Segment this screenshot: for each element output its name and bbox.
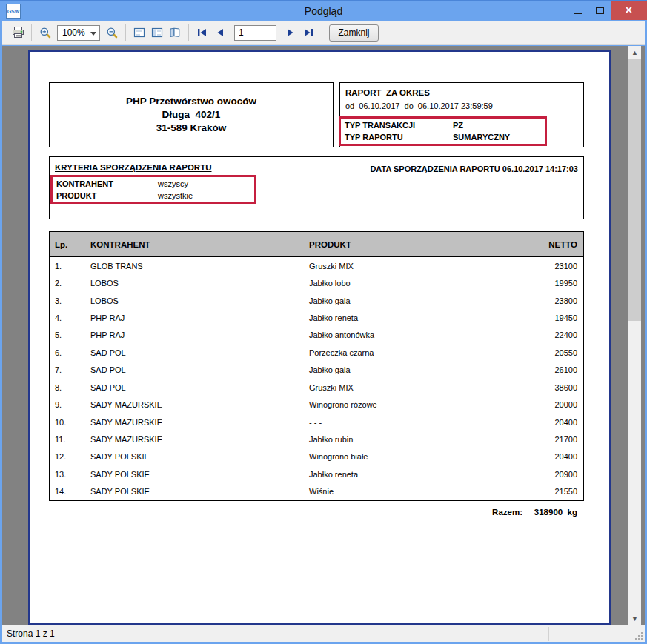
cell-lp: 12. xyxy=(55,452,66,461)
cell-produkt: Winogrono białe xyxy=(309,452,368,461)
toolbar-separator xyxy=(125,24,126,41)
table-row: 5.PHP RAJJabłko antonówka22400 xyxy=(50,327,583,344)
cell-lp: 2. xyxy=(55,279,62,288)
next-page-button[interactable] xyxy=(282,24,299,42)
zamknij-close-button[interactable]: Zamknij xyxy=(329,24,379,42)
cell-netto: 20400 xyxy=(554,452,577,461)
table-row: 1.GLOB TRANSGruszki MIX23100 xyxy=(50,257,583,274)
cell-produkt: Jabłko reneta xyxy=(309,313,358,322)
window-title: Podgląd xyxy=(0,1,647,21)
cell-netto: 26100 xyxy=(554,365,577,374)
criteria-box: KRYTERIA SPORZĄDZENIA RAPORTU DATA SPORZ… xyxy=(49,156,584,219)
table-body: 1.GLOB TRANSGruszki MIX231002.LOBOSJabłk… xyxy=(49,257,584,501)
maximize-icon xyxy=(596,7,604,14)
maximize-button[interactable] xyxy=(588,1,611,20)
period-range: od 06.10.2017 do 06.10.2017 23:59:59 xyxy=(345,102,493,110)
cell-kontrahent: SADY MAZURSKIE xyxy=(90,418,162,427)
close-window-button[interactable]: × xyxy=(611,1,647,20)
company-street: Długa 402/1 xyxy=(162,108,221,122)
cell-netto: 19950 xyxy=(554,279,577,288)
book-view-icon xyxy=(169,27,181,39)
header-netto: NETTO xyxy=(548,240,577,249)
zoom-in-icon xyxy=(39,27,51,39)
report-page: PHP Przetwórstwo owoców Długa 402/1 31-5… xyxy=(28,50,611,625)
report-generated-date: DATA SPORZĄDZENIA RAPORTU 06.10.2017 14:… xyxy=(370,165,578,173)
vertical-scrollbar[interactable]: ▲ ▼ xyxy=(628,46,641,625)
scroll-down-icon[interactable]: ▼ xyxy=(628,612,641,625)
toolbar: 100% xyxy=(2,21,645,45)
cell-netto: 19450 xyxy=(554,313,577,322)
print-button[interactable] xyxy=(9,24,27,42)
cell-kontrahent: SADY POLSKIE xyxy=(90,470,150,479)
cell-lp: 4. xyxy=(55,313,62,322)
cell-lp: 3. xyxy=(55,296,62,305)
status-separator xyxy=(548,627,549,641)
cell-netto: 23100 xyxy=(554,262,577,270)
chevron-down-icon xyxy=(90,32,96,36)
transaction-type-label: TYP TRANSAKCJI xyxy=(345,121,453,130)
table-row: 9.SADY MAZURSKIEWinogrono różowe20000 xyxy=(50,396,583,413)
last-page-icon xyxy=(303,28,313,37)
minimize-button[interactable] xyxy=(566,1,588,20)
zoom-out-button[interactable] xyxy=(103,24,121,42)
cell-lp: 13. xyxy=(55,470,66,479)
cell-kontrahent: LOBOS xyxy=(90,279,119,288)
cell-kontrahent: SADY MAZURSKIE xyxy=(90,435,162,444)
cell-lp: 10. xyxy=(55,418,66,427)
whole-page-view-button[interactable] xyxy=(130,24,148,42)
cell-produkt: Jabłko lobo xyxy=(309,279,351,288)
cell-kontrahent: SAD POL xyxy=(90,348,126,357)
close-icon: × xyxy=(626,4,632,17)
zoom-out-icon xyxy=(106,27,118,39)
preview-area: PHP Przetwórstwo owoców Długa 402/1 31-5… xyxy=(2,46,645,625)
criteria-highlight-box: KONTRAHENT wszyscy PRODUKT wszystkie xyxy=(50,175,256,204)
previous-page-button[interactable] xyxy=(211,24,229,42)
scroll-up-icon[interactable]: ▲ xyxy=(628,46,641,59)
statusbar: Strona 1 z 1 xyxy=(2,625,645,642)
cell-lp: 11. xyxy=(55,435,65,444)
toolbar-separator xyxy=(31,24,32,41)
table-row: 14.SADY POLSKIEWiśnie21550 xyxy=(50,482,583,499)
zoom-in-button[interactable] xyxy=(36,24,54,42)
cell-netto: 20900 xyxy=(554,470,577,479)
header-produkt: PRODUKT xyxy=(309,240,351,249)
cell-produkt: Jabłko reneta xyxy=(309,470,358,479)
cell-produkt: Gruszki MIX xyxy=(309,262,354,270)
first-page-icon xyxy=(197,28,208,37)
table-row: 12.SADY POLSKIEWinogrono białe20400 xyxy=(50,448,583,465)
cell-produkt: Jabłko gala xyxy=(309,296,351,305)
cell-kontrahent: PHP RAJ xyxy=(90,331,125,339)
cell-lp: 6. xyxy=(55,348,62,357)
total-row: Razem: 318900 kg xyxy=(49,508,584,519)
table-row: 8.SAD POLGruszki MIX38600 xyxy=(50,379,583,396)
cell-netto: 21550 xyxy=(554,487,577,496)
cell-netto: 20400 xyxy=(554,418,577,427)
titlebar[interactable]: GSW Podgląd × xyxy=(0,0,647,21)
table-header: Lp. KONTRAHENT PRODUKT NETTO xyxy=(49,231,584,257)
produkt-value: wszystkie xyxy=(158,191,193,200)
cell-produkt: Wiśnie xyxy=(309,487,334,496)
cell-netto: 38600 xyxy=(554,383,577,392)
company-city: 31-589 Kraków xyxy=(156,122,227,135)
header-kontrahent: KONTRAHENT xyxy=(90,240,150,249)
page-number-input[interactable] xyxy=(234,25,276,41)
kontrahent-label: KONTRAHENT xyxy=(56,179,158,188)
table-row: 2.LOBOSJabłko lobo19950 xyxy=(50,274,583,291)
cell-lp: 7. xyxy=(55,365,62,374)
facing-pages-view-button[interactable] xyxy=(166,24,184,42)
scrollbar-thumb[interactable] xyxy=(628,59,641,321)
cell-produkt: Jabłko rubin xyxy=(309,435,353,444)
criteria-title: KRYTERIA SPORZĄDZENIA RAPORTU xyxy=(55,163,211,172)
minimize-icon xyxy=(574,13,582,14)
zoom-level-select[interactable]: 100% xyxy=(57,25,100,41)
total-value: 318900 kg xyxy=(511,508,577,517)
cell-produkt: - - - xyxy=(309,418,322,427)
page-view-icon xyxy=(133,27,145,39)
status-separator xyxy=(276,627,276,641)
last-page-button[interactable] xyxy=(299,24,317,42)
cell-produkt: Jabłko antonówka xyxy=(309,331,374,339)
first-page-button[interactable] xyxy=(193,24,211,42)
page-width-view-button[interactable] xyxy=(148,24,166,42)
resize-grip[interactable] xyxy=(634,631,643,640)
table-row: 4.PHP RAJJabłko reneta19450 xyxy=(50,309,583,326)
